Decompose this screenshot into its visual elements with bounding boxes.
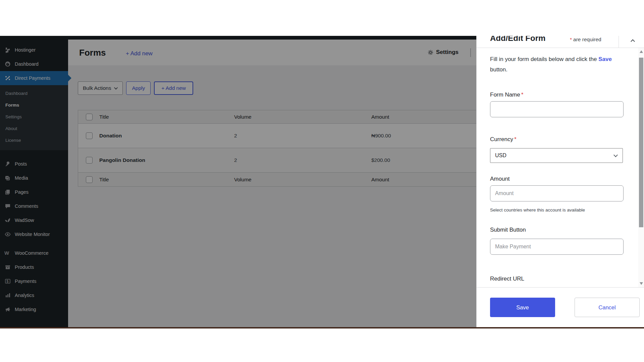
panel-header-divider [619, 36, 619, 48]
panel-scrollbar[interactable] [638, 48, 644, 287]
form-name-label: Form Name* [490, 92, 631, 98]
panel-header: Add/Edit Form *are required [477, 36, 644, 48]
amount-input[interactable] [490, 185, 624, 201]
intro-save-word: Save [598, 56, 612, 62]
label-text: Form Name [490, 92, 520, 98]
amount-helper-text: Select countries where this account is a… [490, 207, 631, 213]
label-text: Currency [490, 136, 513, 142]
add-edit-form-panel: Add/Edit Form *are required Fill in your… [476, 36, 644, 328]
scroll-up-arrow[interactable] [640, 50, 643, 53]
submit-button-label: Submit Button [490, 227, 631, 233]
currency-value: USD [495, 153, 506, 159]
scroll-down-arrow[interactable] [640, 282, 643, 285]
scrollbar-thumb[interactable] [639, 58, 643, 227]
currency-select[interactable]: USD [490, 148, 623, 163]
required-asterisk: * [521, 92, 524, 98]
panel-body: Fill in your form details below and clic… [477, 48, 638, 287]
cancel-button[interactable]: Cancel [575, 298, 640, 317]
save-button[interactable]: Save [490, 298, 555, 317]
required-asterisk: * [570, 37, 572, 42]
frame-bottom-edge [0, 327, 644, 328]
browser-app-frame: Hostinger Dashboard Direct Payments Dash… [0, 36, 644, 328]
submit-button-text-input[interactable] [490, 239, 624, 255]
amount-label: Amount [490, 176, 631, 182]
panel-title: Add/Edit Form [490, 36, 545, 43]
screenshot-stage: Hostinger Dashboard Direct Payments Dash… [0, 0, 644, 362]
panel-intro-text: Fill in your form details below and clic… [490, 54, 624, 75]
form-name-input[interactable] [490, 101, 624, 117]
collapse-panel-button[interactable] [628, 37, 638, 47]
redirect-url-label: Redirect URL [490, 276, 631, 282]
intro-after: button. [490, 66, 507, 73]
chevron-down-icon [613, 153, 618, 157]
required-note: *are required [570, 37, 601, 43]
currency-label: Currency* [490, 136, 631, 143]
required-asterisk: * [514, 136, 517, 142]
chevron-up-icon [631, 39, 635, 44]
panel-footer: Save Cancel [477, 287, 644, 328]
required-text: are required [573, 37, 601, 42]
intro-before: Fill in your form details below and clic… [490, 56, 598, 62]
